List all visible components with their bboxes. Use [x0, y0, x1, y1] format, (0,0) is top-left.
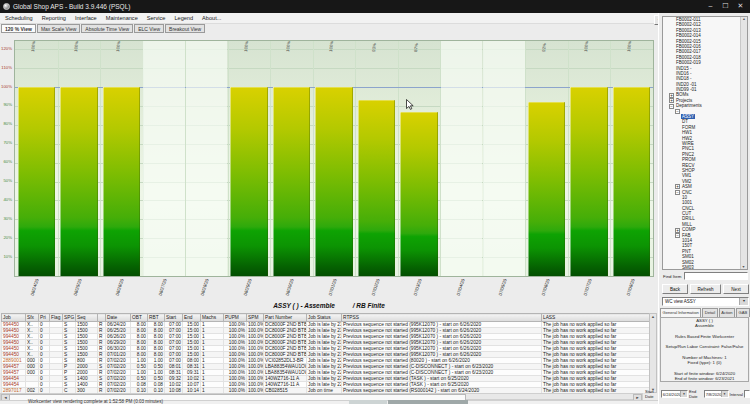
capacity-bar[interactable]: [230, 87, 268, 276]
start-date-label: Start Date: [645, 389, 660, 399]
tree-item-sm03[interactable]: SM03: [663, 265, 747, 270]
minimize-button[interactable]: –: [703, 0, 718, 12]
tab-max-scale-view[interactable]: Max Scale View: [37, 24, 80, 33]
tab-elc-view[interactable]: ELC View: [134, 24, 164, 33]
menu-item-maintenance[interactable]: Maintenance: [106, 15, 138, 21]
capacity-bar[interactable]: [570, 87, 608, 276]
column-header-lass[interactable]: LASS: [542, 314, 650, 322]
bar-value-label: 100%: [626, 41, 632, 52]
tab-general-information[interactable]: General Information: [660, 308, 701, 317]
menu-item-reporting[interactable]: Reporting: [42, 15, 66, 21]
scroll-up-icon[interactable]: ▲: [742, 17, 745, 21]
interval-input[interactable]: [744, 390, 750, 398]
wc-view-dropdown[interactable]: WC view ASSY ▼: [662, 297, 749, 306]
column-header-pri[interactable]: Pri: [39, 314, 50, 322]
menu-item-interface[interactable]: Interface: [75, 15, 97, 21]
capacity-bar[interactable]: [528, 102, 566, 276]
capacity-bar[interactable]: [103, 87, 141, 276]
start-date-dropdown[interactable]: 6/24/2020▼: [661, 390, 688, 398]
table-row[interactable]: 994450X..0S1500R07/01/208.008.0007:0015:…: [2, 352, 650, 358]
scroll-up-icon[interactable]: ▲: [651, 314, 655, 319]
end-date-dropdown[interactable]: 7/8/2020▼: [704, 390, 729, 398]
table-row[interactable]: 28890010000S800R07/02/201.001.0007:0008:…: [2, 358, 650, 364]
tab-gab[interactable]: GAB: [736, 308, 750, 317]
column-header-blank[interactable]: [98, 314, 106, 322]
tab-detail[interactable]: Detail: [702, 308, 717, 317]
collapse-icon[interactable]: −: [675, 233, 680, 238]
capacity-bar[interactable]: [60, 87, 98, 276]
tree-scrollbar[interactable]: ▲▼: [740, 17, 747, 269]
chevron-down-icon[interactable]: ▼: [721, 391, 728, 397]
column-header-start[interactable]: Start: [165, 314, 183, 322]
table-row[interactable]: 994450X..0S1500R06/29/208.008.0007:0015:…: [2, 340, 650, 346]
column-header-date[interactable]: Date: [106, 314, 131, 322]
column-header-flag[interactable]: Flag: [50, 314, 63, 322]
table-row[interactable]: 994450X..0S1500R06/25/208.008.0007:0015:…: [2, 328, 650, 334]
collapse-icon[interactable]: −: [675, 109, 680, 114]
chevron-down-icon[interactable]: ▼: [739, 298, 748, 305]
column-header-job-status[interactable]: Job Status: [307, 314, 342, 322]
menu-item-service[interactable]: Service: [147, 15, 166, 21]
capacity-bar[interactable]: [315, 87, 353, 276]
y-axis-tick-label: 20%: [0, 235, 12, 240]
capacity-bar[interactable]: [18, 87, 56, 276]
cell: 100.0%: [247, 382, 264, 388]
collapse-icon[interactable]: −: [669, 104, 674, 109]
capacity-bar[interactable]: [613, 87, 651, 276]
collapse-icon[interactable]: −: [675, 190, 680, 195]
tab-breakout-view[interactable]: Breakout View: [165, 24, 205, 33]
capacity-bar[interactable]: [273, 87, 311, 276]
table-row[interactable]: 9944570000P2000R07/02/201.001.0008:3109:…: [2, 370, 650, 376]
tree-item-label: FORM: [681, 125, 696, 130]
tree-item-label: 10: [681, 195, 688, 200]
menu-item-legend[interactable]: Legend: [174, 15, 193, 21]
tree-item-label: MILL: [681, 222, 693, 227]
column-header-pupm[interactable]: PUPM: [224, 314, 247, 322]
menu-item-about[interactable]: About...: [202, 15, 221, 21]
table-row[interactable]: 994450X..0S1500R06/30/208.008.0007:0015:…: [2, 346, 650, 352]
y-axis-tick-label: 60%: [0, 159, 12, 164]
column-header-rbt[interactable]: RBT: [148, 314, 165, 322]
tab-absolute-time-view[interactable]: Absolute Time View: [81, 24, 133, 33]
table-row[interactable]: 994450X..0S1500R06/26/208.008.0007:0015:…: [2, 334, 650, 340]
close-button[interactable]: ✕: [733, 0, 748, 12]
table-vertical-scrollbar[interactable]: ▲▼: [649, 313, 657, 393]
expand-icon[interactable]: +: [675, 228, 680, 233]
back-button[interactable]: Back: [662, 284, 688, 294]
tab-120-view[interactable]: 120 % View: [1, 24, 36, 33]
scroll-down-icon[interactable]: ▼: [741, 265, 746, 269]
tab-action[interactable]: Action: [719, 308, 735, 317]
maximize-button[interactable]: ☐: [718, 0, 733, 12]
table-row[interactable]: 9944570000P2000S07/02/200.500.5008:0108:…: [2, 364, 650, 370]
tree-item-label: ASM: [681, 184, 693, 189]
next-button[interactable]: Next: [723, 284, 749, 294]
column-header-spg[interactable]: SPG: [63, 314, 76, 322]
table-row[interactable]: 994450X..0S1500R06/24/208.008.0007:0015:…: [2, 322, 650, 328]
column-header-rtpss[interactable]: RTPSS: [342, 314, 542, 322]
tree-item-label: 1001: [681, 200, 693, 205]
column-header-job[interactable]: Job: [2, 314, 26, 322]
capacity-chart-plot: [14, 40, 654, 277]
refresh-button[interactable]: Refresh: [690, 284, 721, 294]
expand-icon[interactable]: +: [675, 184, 680, 189]
capacity-bar[interactable]: [400, 112, 438, 276]
cell: Job is late by 2227 d..: [307, 382, 342, 388]
capacity-bar[interactable]: [358, 100, 396, 276]
column-header-part-number[interactable]: Part Number: [264, 314, 307, 322]
y-axis-tick-label: 40%: [0, 197, 12, 202]
menu-item-scheduling[interactable]: Scheduling: [5, 15, 33, 21]
find-item-input[interactable]: [684, 272, 748, 280]
column-header-obt[interactable]: OBT: [131, 314, 148, 322]
column-header-spm[interactable]: SPM: [247, 314, 264, 322]
table-row[interactable]: 9944540S1400R07/02/200.080.0810:0210:071…: [2, 382, 650, 388]
cell: Job is late by 2389 d..: [307, 322, 342, 328]
column-header-sfx[interactable]: Sfx: [26, 314, 39, 322]
y-axis-tick-label: 70%: [0, 140, 12, 145]
column-header-seq[interactable]: Seq: [76, 314, 98, 322]
table-row[interactable]: 9944540S1400S07/02/200.500.5009:3210:021…: [2, 376, 650, 382]
cell: Job is late by 2284 d..: [307, 370, 342, 376]
chevron-down-icon[interactable]: ▼: [680, 391, 687, 397]
column-header-machs[interactable]: Machs: [201, 314, 224, 322]
cell: DC8000F 2ND BTB: [264, 352, 307, 358]
column-header-end[interactable]: End: [183, 314, 201, 322]
